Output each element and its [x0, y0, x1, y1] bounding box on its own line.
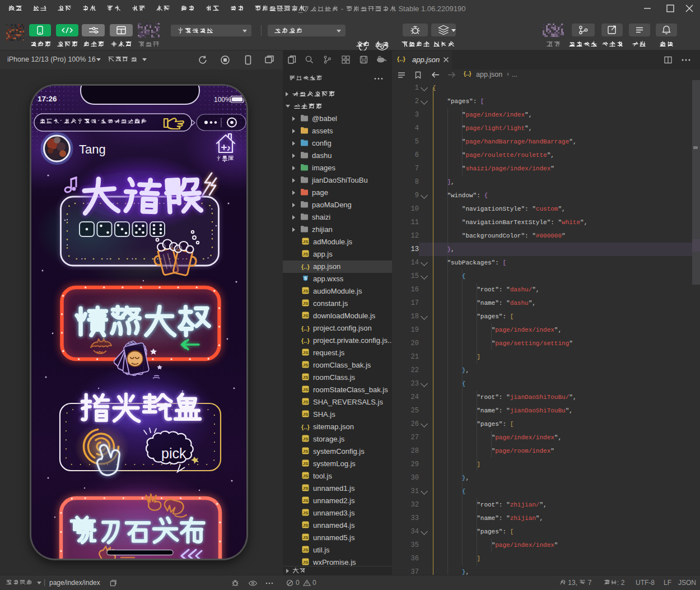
- svg-text:100%: 100%: [214, 96, 231, 104]
- svg-text:17:26: 17:26: [38, 95, 57, 103]
- svg-text:JS: JS: [303, 449, 309, 454]
- svg-text:Tang: Tang: [79, 142, 106, 156]
- svg-text:JS: JS: [303, 289, 309, 294]
- svg-text:JS: JS: [303, 486, 309, 491]
- svg-text:S: S: [304, 276, 307, 280]
- svg-text:JS: JS: [303, 252, 309, 257]
- svg-text:JS: JS: [303, 412, 309, 417]
- svg-text:JS: JS: [303, 473, 309, 478]
- svg-text:JS: JS: [303, 547, 309, 552]
- svg-text:JS: JS: [303, 535, 309, 540]
- svg-text:JS: JS: [303, 510, 309, 515]
- svg-text:JS: JS: [303, 387, 309, 392]
- svg-text:JS: JS: [303, 498, 309, 503]
- svg-text:JS: JS: [303, 350, 309, 355]
- svg-text:JS: JS: [303, 363, 309, 368]
- svg-text:JS: JS: [303, 461, 309, 466]
- svg-text:pick: pick: [161, 445, 186, 461]
- svg-text:JS: JS: [303, 523, 309, 528]
- svg-text:JS: JS: [303, 313, 309, 318]
- svg-text:JS: JS: [303, 560, 309, 565]
- svg-text:JS: JS: [303, 399, 309, 405]
- svg-text:JS: JS: [303, 301, 309, 306]
- svg-text:JS: JS: [303, 436, 309, 442]
- svg-text:JS: JS: [303, 375, 309, 380]
- svg-text:JS: JS: [303, 239, 309, 244]
